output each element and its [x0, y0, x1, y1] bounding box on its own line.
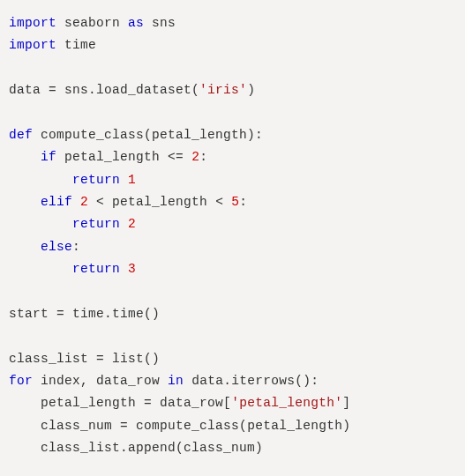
token-kw: return: [72, 217, 120, 231]
code-line: class_num = compute_class(petal_length): [9, 415, 456, 437]
code-line: for index, data_row in data.iterrows():: [9, 370, 456, 392]
token-op: (: [191, 83, 199, 97]
token-op: (): [144, 307, 160, 321]
code-line: return 3: [9, 258, 456, 280]
token-op: [: [223, 396, 231, 410]
token-num: 2: [191, 150, 199, 164]
token-id: class_num: [184, 441, 255, 455]
token-id: index: [41, 374, 80, 388]
token-num: 1: [128, 173, 136, 187]
token-op: (): [144, 352, 160, 366]
token-op: ): [255, 441, 263, 455]
token-op: ): [247, 83, 255, 97]
code-line: class_list = list(): [9, 348, 456, 370]
token-id: compute_class: [41, 128, 144, 142]
token-id: class_list: [9, 352, 88, 366]
token-op: ):: [247, 128, 263, 142]
token-id: petal_length: [247, 419, 342, 433]
code-line: class_list.append(class_num): [9, 437, 456, 459]
token-op: <=: [168, 150, 184, 164]
token-id: time.time: [72, 307, 144, 321]
token-str: 'petal_length': [231, 396, 342, 410]
code-line: data = sns.load_dataset('iris'): [9, 79, 456, 101]
token-kw: import: [9, 16, 56, 30]
token-kw: return: [72, 173, 120, 187]
token-id: data_row: [160, 396, 223, 410]
code-line: start = time.time(): [9, 303, 456, 325]
token-id: seaborn: [64, 16, 120, 30]
token-op: (: [176, 441, 184, 455]
token-op: ,: [80, 374, 88, 388]
token-num: 5: [231, 195, 239, 209]
code-line: return 2: [9, 213, 456, 235]
token-id: petal_length: [112, 195, 207, 209]
token-id: time: [64, 38, 96, 52]
token-id: start: [9, 307, 49, 321]
token-num: 3: [128, 262, 136, 276]
token-op: (: [239, 419, 247, 433]
code-line: return 1: [9, 169, 456, 191]
token-kw: if: [41, 150, 56, 164]
token-op: =: [144, 396, 152, 410]
token-id: list: [112, 352, 144, 366]
token-op: :: [72, 240, 80, 254]
code-line: [9, 460, 456, 477]
code-line: if petal_length <= 2:: [9, 146, 456, 168]
token-id: petal_length: [152, 128, 247, 142]
token-op: ():: [295, 374, 319, 388]
token-kw: def: [9, 128, 33, 142]
token-num: 2: [128, 217, 136, 231]
code-line: petal_length = data_row['petal_length']: [9, 392, 456, 414]
token-op: =: [120, 419, 128, 433]
token-id: sns: [152, 16, 176, 30]
token-op: :: [199, 150, 207, 164]
code-line: import seaborn as sns: [9, 12, 456, 34]
token-str: 'iris': [199, 83, 247, 97]
token-op: (: [144, 128, 152, 142]
token-op: :: [239, 195, 247, 209]
token-kw: for: [9, 374, 33, 388]
code-line: import time: [9, 34, 456, 56]
token-kw: else: [41, 240, 72, 254]
code-block: import seaborn as snsimport time data = …: [9, 12, 456, 476]
code-line: [9, 57, 456, 79]
token-kw: in: [168, 374, 184, 388]
token-id: data.iterrows: [191, 374, 295, 388]
token-id: petal_length: [64, 150, 160, 164]
token-id: data: [9, 83, 41, 97]
code-line: [9, 102, 456, 124]
code-line: else:: [9, 236, 456, 258]
token-op: =: [96, 352, 104, 366]
code-line: [9, 281, 456, 303]
token-id: class_num: [41, 419, 112, 433]
code-line: [9, 325, 456, 347]
token-kw: elif: [41, 195, 72, 209]
token-id: compute_class: [136, 419, 239, 433]
token-op: ): [342, 419, 350, 433]
token-num: 2: [80, 195, 88, 209]
token-id: data_row: [96, 374, 160, 388]
token-op: =: [56, 307, 64, 321]
token-op: <: [96, 195, 104, 209]
token-id: class_list.append: [41, 441, 176, 455]
token-kw: import: [9, 38, 56, 52]
code-line: elif 2 < petal_length < 5:: [9, 191, 456, 213]
token-op: ]: [342, 396, 350, 410]
token-id: petal_length: [41, 396, 136, 410]
token-kw: return: [72, 262, 120, 276]
token-op: <: [215, 195, 223, 209]
code-line: def compute_class(petal_length):: [9, 124, 456, 146]
token-op: =: [49, 83, 56, 97]
token-id: sns.load_dataset: [64, 83, 191, 97]
token-kw: as: [128, 16, 144, 30]
